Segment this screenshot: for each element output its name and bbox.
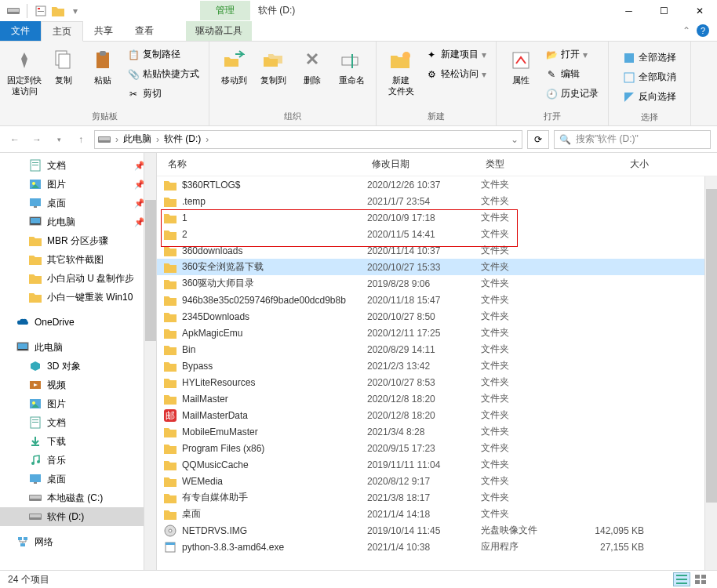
file-row[interactable]: 12020/10/9 17:18文件夹 (157, 209, 717, 226)
file-row[interactable]: NETDRVS.IMG2019/10/14 11:45光盘映像文件142,095… (157, 522, 717, 539)
nav-item[interactable]: 文档 (0, 413, 156, 432)
copy-to-button[interactable]: 复制到 (253, 45, 293, 85)
file-row[interactable]: ApkMagicEmu2020/12/11 17:25文件夹 (157, 325, 717, 341)
col-name[interactable]: 名称 (163, 158, 367, 171)
nav-item[interactable]: 本地磁盘 (C:) (0, 488, 156, 507)
content-scrollbar[interactable] (704, 176, 717, 570)
file-row[interactable]: MailMaster2020/12/8 18:20文件夹 (157, 390, 717, 407)
address-dropdown-icon[interactable]: ⌄ (511, 134, 519, 145)
minimize-button[interactable]: ─ (611, 0, 646, 21)
invert-selection-button[interactable]: 反向选择 (621, 89, 678, 105)
nav-item[interactable]: 其它软件截图 (0, 250, 156, 269)
file-row[interactable]: 有专自媒体助手2021/3/8 18:17文件夹 (157, 489, 717, 506)
search-input[interactable]: 🔍 搜索"软件 (D:)" (554, 130, 711, 149)
file-row[interactable]: HYLiteResources2020/10/27 8:53文件夹 (157, 374, 717, 390)
tab-home[interactable]: 主页 (41, 21, 83, 42)
file-row[interactable]: $360RTLOG$2020/12/26 10:37文件夹 (157, 176, 717, 193)
nav-item[interactable]: 3D 对象 (0, 357, 156, 376)
qat-dropdown-icon[interactable]: ▾ (68, 4, 82, 18)
tab-drive-tools[interactable]: 驱动器工具 (186, 21, 252, 41)
copy-path-button[interactable]: 📋复制路径 (126, 46, 201, 63)
refresh-button[interactable]: ⟳ (527, 130, 549, 149)
breadcrumb[interactable]: › 此电脑 › 软件 (D:) › ⌄ (94, 130, 522, 149)
move-to-button[interactable]: 移动到 (214, 45, 253, 85)
cut-button[interactable]: ✂剪切 (126, 85, 201, 102)
nav-item[interactable]: 小白启动 U 盘制作步 (0, 269, 156, 288)
new-folder-button[interactable]: 新建 文件夹 (381, 45, 420, 96)
breadcrumb-pc[interactable]: 此电脑 (123, 132, 151, 146)
file-row[interactable]: 360驱动大师目录2019/8/28 9:06文件夹 (157, 275, 717, 292)
nav-item[interactable]: 此电脑 (0, 338, 156, 357)
paste-icon (90, 48, 115, 73)
folder-icon (163, 277, 177, 291)
breadcrumb-sep[interactable]: › (156, 134, 159, 145)
file-row[interactable]: Program Files (x86)2020/9/15 17:23文件夹 (157, 440, 717, 456)
file-row[interactable]: 桌面2021/1/4 14:18文件夹 (157, 506, 717, 522)
nav-item[interactable]: MBR 分区步骤 (0, 231, 156, 250)
open-button[interactable]: 📂打开▾ (544, 46, 600, 63)
nav-item[interactable]: 下载 (0, 432, 156, 451)
file-row[interactable]: WEMedia2020/8/12 9:17文件夹 (157, 473, 717, 489)
nav-item[interactable]: 文档📌 (0, 156, 156, 175)
file-row[interactable]: Bypass2021/2/3 13:42文件夹 (157, 358, 717, 374)
nav-item[interactable]: 网络 (0, 532, 156, 551)
nav-item[interactable]: 音乐 (0, 451, 156, 470)
select-all-button[interactable]: 全部选择 (621, 49, 678, 66)
breadcrumb-sep[interactable]: › (206, 134, 209, 145)
file-row[interactable]: 2345Downloads2020/10/27 8:50文件夹 (157, 308, 717, 325)
file-row[interactable]: MobileEmuMaster2021/3/4 8:28文件夹 (157, 423, 717, 440)
file-row[interactable]: 360安全浏览器下载2020/10/27 15:33文件夹 (157, 259, 717, 275)
nav-item[interactable]: OneDrive (0, 313, 156, 332)
file-row[interactable]: QQMusicCache2019/11/11 11:04文件夹 (157, 456, 717, 473)
folder-qat-icon[interactable] (51, 4, 65, 18)
col-size[interactable]: 大小 (575, 158, 653, 171)
easy-access-button[interactable]: ⚙轻松访问▾ (424, 66, 488, 82)
copy-button[interactable]: 复制 (44, 45, 83, 85)
tab-view[interactable]: 查看 (124, 21, 165, 41)
recent-dropdown[interactable]: ▾ (50, 131, 67, 148)
icons-view-button[interactable] (692, 572, 709, 586)
col-date[interactable]: 修改日期 (367, 158, 481, 171)
edit-button[interactable]: ✎编辑 (544, 66, 600, 82)
file-row[interactable]: 22020/11/5 14:41文件夹 (157, 226, 717, 242)
pin-quick-access-button[interactable]: 固定到快 速访问 (5, 45, 44, 96)
back-button[interactable]: ← (6, 131, 24, 148)
svg-rect-58 (701, 580, 706, 584)
rename-button[interactable]: 重命名 (332, 45, 371, 85)
maximize-button[interactable]: ☐ (646, 0, 682, 21)
file-row[interactable]: 邮MailMasterData2020/12/8 18:20文件夹 (157, 407, 717, 423)
close-button[interactable]: ✕ (682, 0, 717, 21)
nav-item[interactable]: 桌面📌 (0, 194, 156, 212)
file-row[interactable]: .temp2021/1/7 23:54文件夹 (157, 193, 717, 209)
nav-item[interactable]: 视频 (0, 376, 156, 394)
file-row[interactable]: python-3.8.3-amd64.exe2021/1/4 10:38应用程序… (157, 539, 717, 555)
file-row[interactable]: 946b38e35c0259746f9bade00dcd9b8b2020/11/… (157, 292, 717, 308)
tab-share[interactable]: 共享 (83, 21, 124, 41)
file-row[interactable]: Bin2020/8/29 14:11文件夹 (157, 341, 717, 358)
history-button[interactable]: 🕘历史记录 (544, 85, 600, 102)
nav-scrollbar[interactable] (144, 153, 156, 570)
nav-item[interactable]: 图片 (0, 394, 156, 413)
nav-item[interactable]: 软件 (D:) (0, 507, 156, 526)
forward-button[interactable]: → (28, 131, 45, 148)
help-icon[interactable]: ? (697, 24, 709, 37)
breadcrumb-sep[interactable]: › (115, 134, 118, 145)
new-item-button[interactable]: ✦新建项目▾ (424, 46, 488, 63)
up-button[interactable]: ↑ (72, 131, 89, 148)
select-none-button[interactable]: 全部取消 (621, 69, 678, 85)
nav-item[interactable]: 图片📌 (0, 175, 156, 194)
details-view-button[interactable] (673, 572, 690, 586)
properties-button[interactable]: 属性 (501, 45, 540, 85)
breadcrumb-drive[interactable]: 软件 (D:) (164, 132, 201, 146)
paste-button[interactable]: 粘贴 (83, 45, 122, 85)
nav-item[interactable]: 此电脑📌 (0, 212, 156, 231)
paste-shortcut-button[interactable]: 📎粘贴快捷方式 (126, 66, 201, 82)
file-row[interactable]: 360downloads2020/11/14 10:37文件夹 (157, 242, 717, 259)
tab-file[interactable]: 文件 (0, 21, 41, 41)
nav-item[interactable]: 小白一键重装 Win10 (0, 288, 156, 307)
nav-item[interactable]: 桌面 (0, 470, 156, 488)
collapse-ribbon-icon[interactable]: ⌃ (682, 25, 690, 36)
delete-button[interactable]: 删除 (293, 45, 332, 85)
properties-qat-icon[interactable] (34, 4, 48, 18)
col-type[interactable]: 类型 (481, 158, 575, 171)
